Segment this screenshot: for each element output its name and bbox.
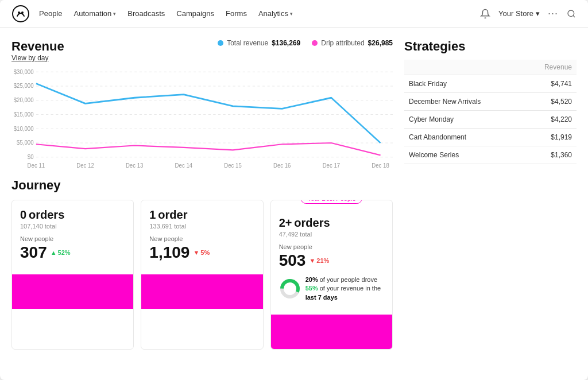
nav-item-broadcasts[interactable]: Broadcasts	[127, 9, 165, 18]
strategy-value-3: $1,919	[523, 129, 577, 146]
card-count-0: 307 ▲ 52%	[20, 243, 125, 262]
nav-logo[interactable]	[11, 5, 30, 23]
card-count-1: 1,109 ▼ 5%	[149, 243, 254, 262]
strategies-table: Revenue Black Friday $4,741 December New…	[404, 60, 577, 164]
svg-text:Dec 12: Dec 12	[76, 162, 94, 169]
journey-title: Journey	[11, 178, 393, 193]
strategy-name-4: Welcome Series	[404, 146, 523, 164]
svg-text:Dec 13: Dec 13	[126, 162, 144, 169]
card-total-2: 47,492 total	[279, 231, 384, 238]
badge-down-2: ▼ 21%	[309, 257, 329, 264]
svg-text:$5,000: $5,000	[17, 139, 34, 146]
navbar: People Automation ▾ Broadcasts Campaigns…	[0, 0, 588, 28]
strategy-name-0: Black Friday	[404, 75, 523, 93]
more-icon[interactable]: ···	[548, 9, 558, 19]
revenue-header: Revenue View by day Total revenue $136,2…	[11, 39, 393, 62]
badge-up-0: ▲ 52%	[51, 249, 71, 256]
svg-text:Dec 17: Dec 17	[323, 162, 341, 169]
svg-text:$0: $0	[28, 154, 34, 160]
card-insight: 20% of your people drove 55% of your rev…	[279, 276, 384, 302]
card-new-people-label-0: New people	[20, 235, 125, 242]
main-content: Revenue View by day Total revenue $136,2…	[0, 28, 588, 380]
svg-text:Dec 15: Dec 15	[224, 162, 242, 169]
revenue-title: Revenue	[11, 39, 64, 54]
card-order-label-2: 2+ orders	[279, 216, 384, 230]
journey-card-1-order: 1 order 133,691 total New people 1,109 ▼…	[141, 200, 263, 350]
svg-text:$20,000: $20,000	[14, 97, 34, 103]
best-people-badge: Your Best People	[301, 200, 362, 204]
svg-point-3	[568, 10, 574, 17]
revenue-legend: Total revenue $136,269 Drip attributed $…	[218, 39, 393, 47]
card-new-people-label-2: New people	[279, 243, 384, 250]
strategy-name-3: Cart Abandonment	[404, 129, 523, 146]
store-button[interactable]: Your Store ▾	[498, 9, 540, 18]
svg-text:$10,000: $10,000	[14, 125, 34, 131]
svg-point-28	[285, 284, 295, 294]
revenue-section: Revenue View by day Total revenue $136,2…	[11, 39, 393, 169]
strategy-row-3: Cart Abandonment $1,919	[404, 129, 577, 146]
chart-svg: $30,000 $25,000 $20,000 $15,000 $10,000 …	[11, 65, 393, 169]
nav-item-automation[interactable]: Automation ▾	[74, 9, 116, 18]
strategy-name-2: Cyber Monday	[404, 111, 523, 129]
card-total-0: 107,140 total	[20, 223, 125, 230]
revenue-subtitle: View by day	[11, 54, 64, 62]
legend-total-revenue: Total revenue $136,269	[218, 39, 300, 47]
strategy-row-0: Black Friday $4,741	[404, 75, 577, 93]
strategies-col-name	[404, 60, 523, 75]
journey-card-2plus-orders: Your Best People 2+ orders 47,492 total …	[270, 200, 393, 350]
card-total-1: 133,691 total	[149, 223, 254, 230]
chevron-down-icon: ▾	[113, 11, 116, 17]
card-new-people-label-1: New people	[149, 235, 254, 242]
strategies-section: Strategies Revenue Black Friday $4,741	[404, 39, 577, 164]
legend-dot-blue	[218, 40, 223, 46]
strategies-title: Strategies	[404, 39, 577, 54]
strategy-value-2: $4,220	[523, 111, 577, 129]
svg-text:$30,000: $30,000	[14, 68, 34, 75]
bell-icon[interactable]	[480, 9, 490, 19]
strategy-value-1: $4,520	[523, 93, 577, 111]
chevron-down-icon: ▾	[290, 11, 293, 17]
nav-item-people[interactable]: People	[39, 9, 62, 18]
svg-point-1	[18, 11, 20, 14]
svg-text:Dec 11: Dec 11	[28, 162, 45, 169]
nav-item-campaigns[interactable]: Campaigns	[176, 9, 214, 18]
card-order-label-1: 1 order	[149, 208, 254, 222]
journey-card-0-orders: 0 orders 107,140 total New people 307 ▲ …	[11, 200, 134, 350]
strategy-row-2: Cyber Monday $4,220	[404, 111, 577, 129]
insight-text: 20% of your people drove 55% of your rev…	[305, 276, 384, 302]
revenue-chart: $30,000 $25,000 $20,000 $15,000 $10,000 …	[11, 65, 393, 169]
strategy-row-4: Welcome Series $1,360	[404, 146, 577, 164]
legend-drip-revenue: Drip attributed $26,985	[312, 39, 393, 47]
chevron-down-icon: ▾	[536, 9, 540, 18]
nav-item-forms[interactable]: Forms	[226, 9, 247, 18]
revenue-title-block: Revenue View by day	[11, 39, 64, 62]
nav-items: People Automation ▾ Broadcasts Campaigns…	[39, 9, 480, 18]
legend-dot-pink	[312, 40, 318, 46]
nav-item-analytics[interactable]: Analytics ▾	[258, 9, 293, 18]
donut-chart	[279, 278, 301, 300]
svg-point-2	[21, 11, 24, 14]
strategies-col-revenue: Revenue	[523, 60, 577, 75]
nav-right: Your Store ▾ ···	[480, 9, 577, 19]
svg-text:Dec 18: Dec 18	[372, 162, 389, 169]
card-bar-2	[271, 315, 392, 349]
strategy-row-1: December New Arrivals $4,520	[404, 93, 577, 111]
svg-text:$25,000: $25,000	[14, 83, 34, 89]
card-bar-1	[141, 274, 262, 309]
badge-down-1: ▼ 5%	[193, 249, 210, 256]
journey-section: Journey 0 orders 107,140 total New peopl…	[11, 178, 393, 350]
strategy-name-1: December New Arrivals	[404, 93, 523, 111]
card-bar-0	[12, 274, 133, 309]
left-panel: Revenue View by day Total revenue $136,2…	[11, 39, 393, 369]
strategy-value-4: $1,360	[523, 146, 577, 164]
card-count-2: 503 ▼ 21%	[279, 251, 384, 270]
strategy-value-0: $4,741	[523, 75, 577, 93]
search-icon[interactable]	[566, 9, 577, 19]
svg-text:Dec 14: Dec 14	[175, 162, 193, 169]
svg-text:Dec 16: Dec 16	[273, 162, 291, 169]
journey-cards: 0 orders 107,140 total New people 307 ▲ …	[11, 200, 393, 350]
svg-text:$15,000: $15,000	[14, 111, 34, 118]
card-order-label-0: 0 orders	[20, 208, 125, 222]
right-panel: Strategies Revenue Black Friday $4,741	[404, 39, 577, 369]
